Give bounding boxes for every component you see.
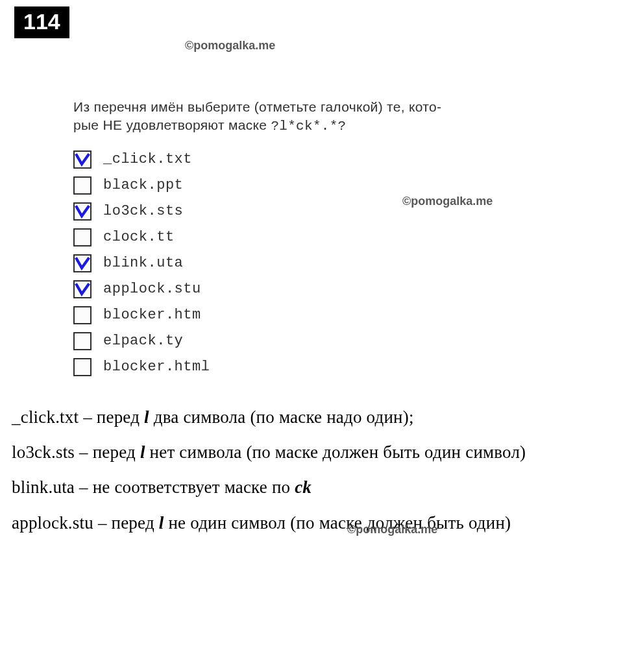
explanation-line: blink.uta – не соответствует маске по ck	[12, 475, 611, 499]
option-row: clock.tt	[73, 228, 463, 246]
option-label: black.ppt	[103, 177, 183, 193]
option-label: lo3ck.sts	[103, 203, 183, 219]
options-list: _click.txtblack.pptlo3ck.stsclock.ttblin…	[73, 150, 463, 376]
option-label: blocker.htm	[103, 307, 201, 323]
checkbox[interactable]	[73, 358, 92, 376]
explanation-line: applock.stu – перед l не один символ (по…	[12, 510, 611, 535]
option-label: elpack.ty	[103, 333, 183, 349]
watermark-mid: ©pomogalka.me	[402, 195, 493, 208]
option-label: blink.uta	[103, 255, 183, 271]
option-label: clock.tt	[103, 229, 175, 245]
question-line-1: Из перечня имён выберите (отметьте галоч…	[73, 99, 441, 114]
explanations-block: _click.txt – перед l два символа (по мас…	[12, 405, 611, 535]
explanation-prefix: lo3ck.sts – перед	[12, 442, 140, 462]
checkmark-icon	[75, 256, 90, 271]
option-row: blocker.htm	[73, 306, 463, 324]
explanation-emphasis: l	[140, 442, 145, 462]
explanation-prefix: blink.uta – не соответствует маске по	[12, 477, 295, 497]
option-label: applock.stu	[103, 281, 201, 297]
checkmark-icon	[75, 282, 90, 297]
checkbox[interactable]	[73, 306, 92, 324]
explanation-prefix: _click.txt – перед	[12, 407, 144, 427]
explanation-emphasis: l	[144, 407, 149, 427]
mask-code: ?l*ck*.*?	[271, 119, 346, 134]
page: 114 ©pomogalka.me ©pomogalka.me ©pomogal…	[0, 0, 623, 672]
task-number-badge: 114	[14, 6, 69, 38]
question-block: Из перечня имён выберите (отметьте галоч…	[73, 98, 463, 376]
checkbox[interactable]	[73, 228, 92, 246]
option-row: applock.stu	[73, 280, 463, 298]
checkbox[interactable]	[73, 280, 92, 298]
checkbox[interactable]	[73, 202, 92, 221]
option-row: blocker.html	[73, 358, 463, 376]
checkmark-icon	[75, 152, 90, 167]
option-row: elpack.ty	[73, 332, 463, 350]
explanation-suffix: не один символ (по маске должен быть оди…	[164, 513, 511, 533]
option-label: _click.txt	[103, 151, 192, 167]
question-text: Из перечня имён выберите (отметьте галоч…	[73, 98, 463, 136]
option-row: blink.uta	[73, 254, 463, 272]
explanation-line: lo3ck.sts – перед l нет символа (по маск…	[12, 440, 611, 464]
explanation-suffix: два символа (по маске надо один);	[149, 407, 414, 427]
checkbox[interactable]	[73, 332, 92, 350]
option-row: black.ppt	[73, 176, 463, 195]
explanation-prefix: applock.stu – перед	[12, 513, 159, 533]
checkbox[interactable]	[73, 176, 92, 195]
option-label: blocker.html	[103, 359, 210, 375]
explanation-emphasis: ck	[295, 477, 312, 497]
watermark-top: ©pomogalka.me	[185, 39, 275, 53]
explanation-suffix: нет символа (по маске должен быть один с…	[145, 442, 526, 462]
watermark-bottom: ©pomogalka.me	[347, 523, 437, 536]
question-line-2-prefix: рые НЕ удовлетворяют маске	[73, 117, 271, 132]
option-row: _click.txt	[73, 150, 463, 169]
checkmark-icon	[75, 204, 90, 219]
checkbox[interactable]	[73, 254, 92, 272]
explanation-line: _click.txt – перед l два символа (по мас…	[12, 405, 611, 429]
checkbox[interactable]	[73, 150, 92, 169]
